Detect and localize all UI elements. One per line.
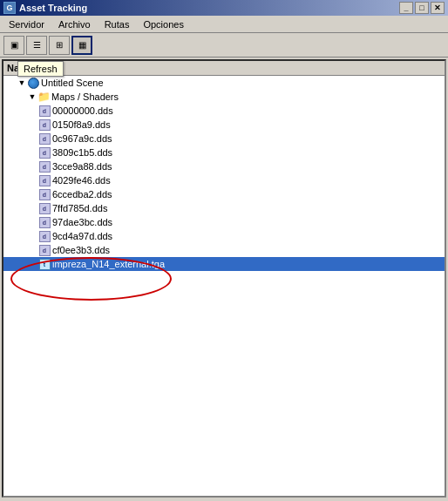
- list-item[interactable]: d 4029fe46.dds: [3, 173, 445, 187]
- toolbar: ▣ ☰ ⊞ ▦: [0, 33, 448, 58]
- dds-icon: d: [38, 132, 51, 145]
- globe-icon: [27, 77, 39, 89]
- maximize-button[interactable]: □: [415, 2, 429, 14]
- file-label: 4029fe46.dds: [52, 175, 111, 186]
- dds-icon: d: [38, 174, 51, 186]
- file-label: 6ccedba2.dds: [52, 189, 112, 200]
- file-label-tga: impreza_N14_external.tga: [52, 259, 165, 269]
- expand-icon-root: ▼: [17, 78, 26, 87]
- dds-icon: d: [38, 244, 51, 256]
- list-item-tga[interactable]: t impreza_N14_external.tga: [3, 257, 445, 271]
- menu-bar: Servidor Archivo Rutas Opciones: [0, 16, 448, 33]
- menu-rutas[interactable]: Rutas: [98, 17, 137, 31]
- toolbar-icon-4: ▦: [78, 40, 86, 50]
- menu-servidor[interactable]: Servidor: [2, 17, 51, 31]
- file-label: 7ffd785d.dds: [52, 203, 107, 213]
- app-icon: G: [3, 2, 16, 14]
- dds-icon: d: [38, 216, 51, 228]
- toolbar-btn-3[interactable]: ⊞: [49, 36, 70, 55]
- title-bar: G Asset Tracking _ □ ✕: [0, 0, 448, 16]
- maps-folder-label: Maps / Shaders: [51, 91, 119, 102]
- tga-icon: t: [38, 258, 51, 270]
- toolbar-btn-4[interactable]: ▦: [71, 36, 92, 55]
- file-label: 0c967a9c.dds: [52, 133, 112, 144]
- list-item[interactable]: d 00000000.dds: [3, 104, 445, 118]
- column-header: Na: [3, 61, 445, 76]
- root-label: Untitled Scene: [41, 78, 104, 88]
- refresh-tooltip: Refresh: [17, 61, 64, 77]
- toolbar-btn-1[interactable]: ▣: [3, 36, 24, 55]
- tree-item-maps-folder[interactable]: ▼ 📁 Maps / Shaders: [3, 90, 445, 104]
- minimize-button[interactable]: _: [399, 2, 413, 14]
- dds-icon: d: [38, 160, 51, 173]
- toolbar-icon-3: ⊞: [56, 40, 63, 50]
- tree-item-root[interactable]: ▼ Untitled Scene: [3, 76, 445, 90]
- window-title: Asset Tracking: [19, 3, 87, 13]
- dds-icon: d: [38, 188, 51, 200]
- list-item[interactable]: d 0150f8a9.dds: [3, 118, 445, 132]
- menu-archivo[interactable]: Archivo: [51, 17, 98, 31]
- menu-opciones[interactable]: Opciones: [136, 17, 190, 31]
- list-item[interactable]: d 7ffd785d.dds: [3, 201, 445, 215]
- window-controls: _ □ ✕: [399, 2, 445, 14]
- file-label: 0150f8a9.dds: [52, 119, 111, 130]
- main-panel[interactable]: Na ▼ Untitled Scene ▼ 📁 Maps / Shaders d…: [2, 59, 446, 498]
- file-label: 3cce9a88.dds: [52, 161, 112, 172]
- toolbar-btn-2[interactable]: ☰: [26, 36, 47, 55]
- file-label: 9cd4a97d.dds: [52, 231, 112, 241]
- dds-icon: d: [38, 118, 51, 131]
- dds-icon: d: [38, 105, 51, 117]
- list-item[interactable]: d 3809c1b5.dds: [3, 146, 445, 159]
- tree-view: ▼ Untitled Scene ▼ 📁 Maps / Shaders d 00…: [3, 76, 445, 271]
- file-label: 00000000.dds: [52, 105, 113, 116]
- expand-icon-maps: ▼: [28, 92, 37, 101]
- dds-icon: d: [38, 146, 51, 159]
- list-item[interactable]: d 6ccedba2.dds: [3, 187, 445, 201]
- list-item[interactable]: d cf0ee3b3.dds: [3, 243, 445, 257]
- list-item[interactable]: d 0c967a9c.dds: [3, 132, 445, 146]
- window: G Asset Tracking _ □ ✕ Servidor Archivo …: [0, 0, 448, 501]
- list-item[interactable]: d 9cd4a97d.dds: [3, 229, 445, 243]
- list-item[interactable]: d 3cce9a88.dds: [3, 159, 445, 173]
- dds-icon: d: [38, 230, 51, 242]
- file-label: 3809c1b5.dds: [52, 147, 112, 158]
- file-label: cf0ee3b3.dds: [52, 245, 110, 255]
- folder-icon: 📁: [37, 91, 50, 103]
- close-button[interactable]: ✕: [431, 2, 445, 14]
- file-label: 97dae3bc.dds: [52, 217, 112, 227]
- dds-icon: d: [38, 202, 51, 214]
- list-item[interactable]: d 97dae3bc.dds: [3, 215, 445, 229]
- toolbar-icon-2: ☰: [33, 40, 41, 50]
- toolbar-icon-1: ▣: [10, 40, 18, 50]
